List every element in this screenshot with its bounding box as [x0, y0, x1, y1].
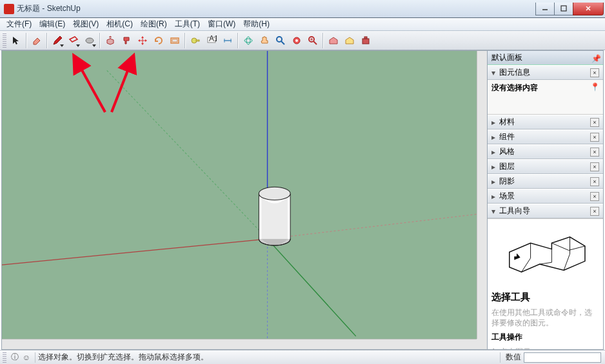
minimize-button[interactable]	[535, 3, 555, 15]
instructor-op-1: 1. 点击图元。	[491, 347, 599, 349]
zoom-tool[interactable]	[273, 33, 288, 48]
caret-right-icon: ▸	[491, 118, 497, 127]
svg-line-19	[281, 41, 284, 44]
caret-right-icon: ▸	[491, 148, 497, 157]
previous-tool[interactable]	[305, 33, 321, 48]
text-tool[interactable]: A1	[204, 33, 219, 48]
select-tool[interactable]	[8, 33, 24, 48]
viewport[interactable]	[1, 50, 488, 350]
svg-rect-24	[364, 37, 367, 39]
vcb-input[interactable]	[524, 352, 601, 363]
status-user-icon[interactable]: ☺	[21, 353, 32, 362]
rect-tool[interactable]	[66, 33, 81, 48]
panel-title: 阴影	[499, 176, 515, 187]
panel-close-icon[interactable]: ×	[590, 192, 599, 201]
svg-rect-23	[362, 39, 369, 44]
statusbar: ⓘ ☺ 选择对象。切换到扩充选择。拖动鼠标选择多项。 数值	[0, 350, 605, 364]
warehouse2-tool[interactable]	[342, 33, 357, 48]
warehouse-tool[interactable]	[326, 33, 341, 48]
panel-close-icon[interactable]: ×	[590, 162, 599, 171]
menu-tools[interactable]: 工具(T)	[171, 17, 204, 31]
menu-help[interactable]: 帮助(H)	[239, 17, 273, 31]
ext-tool[interactable]	[358, 33, 373, 48]
menu-draw[interactable]: 绘图(R)	[137, 17, 171, 31]
panel-scenes[interactable]: ▸场景×	[488, 189, 603, 204]
svg-point-4	[86, 38, 94, 43]
svg-rect-1	[561, 6, 566, 11]
menu-edit[interactable]: 编辑(E)	[35, 17, 69, 31]
offset-tool[interactable]	[167, 33, 183, 48]
panel-layers[interactable]: ▸图层×	[488, 159, 603, 174]
toolbar-sep	[99, 33, 101, 48]
circle-tool[interactable]	[82, 33, 97, 48]
tray-header[interactable]: 默认面板 📌	[488, 51, 603, 65]
move-tool[interactable]	[135, 33, 150, 48]
panel-materials[interactable]: ▸材料×	[488, 115, 603, 129]
rotate-tool[interactable]	[151, 33, 166, 48]
panel-title: 风格	[499, 146, 515, 157]
panel-title: 材料	[499, 117, 515, 128]
menu-window[interactable]: 窗口(W)	[204, 17, 239, 31]
panel-close-icon[interactable]: ×	[590, 207, 599, 216]
paint-tool[interactable]	[119, 33, 134, 48]
panel-close-icon[interactable]: ×	[590, 148, 599, 157]
panel-instructor[interactable]: ▾工具向导×	[488, 204, 603, 218]
panel-title: 图层	[499, 161, 515, 172]
panel-components[interactable]: ▸组件×	[488, 129, 603, 144]
zoom-extents-tool[interactable]	[289, 33, 304, 48]
toolbar: A1	[0, 31, 605, 50]
panel-close-icon[interactable]: ×	[590, 68, 599, 77]
panel-close-icon[interactable]: ×	[590, 177, 599, 186]
toolbar-sep	[237, 33, 239, 48]
toolbar-sep	[26, 33, 27, 48]
dim-tool[interactable]	[220, 33, 235, 48]
tape-tool[interactable]	[188, 33, 203, 48]
window-title: 无标题 - SketchUp	[17, 3, 536, 14]
eraser-tool[interactable]	[29, 33, 45, 48]
svg-point-16	[244, 39, 252, 43]
instructor-title: 选择工具	[491, 291, 599, 303]
close-button[interactable]	[573, 3, 604, 15]
svg-point-18	[277, 37, 282, 42]
pushpull-tool[interactable]	[103, 33, 118, 48]
svg-rect-8	[172, 39, 177, 42]
right-tray: 默认面板 📌 ▾ 图元信息 × 没有选择内容 📍 ▸材料× ▸组件× ▸风格× …	[488, 50, 604, 350]
panel-close-icon[interactable]: ×	[590, 118, 599, 127]
toolbar-grip[interactable]	[3, 34, 6, 48]
viewport-scroll-v[interactable]	[477, 51, 487, 339]
maximize-button[interactable]	[554, 3, 573, 15]
panel-close-icon[interactable]: ×	[590, 133, 599, 142]
menu-camera[interactable]: 相机(C)	[103, 17, 137, 31]
tray-title: 默认面板	[491, 52, 522, 63]
pencil-tool[interactable]	[50, 33, 65, 48]
panel-title: 组件	[499, 131, 515, 142]
panel-styles[interactable]: ▸风格×	[488, 144, 603, 159]
workspace: 默认面板 📌 ▾ 图元信息 × 没有选择内容 📍 ▸材料× ▸组件× ▸风格× …	[1, 50, 604, 350]
tray-pin-icon[interactable]: 📌	[591, 54, 599, 62]
entity-info-text: 没有选择内容	[491, 82, 538, 93]
instructor-op-head: 工具操作	[491, 332, 522, 341]
caret-right-icon: ▸	[491, 133, 497, 142]
caret-down-icon: ▾	[491, 207, 497, 216]
panel-entity-info[interactable]: ▾ 图元信息 ×	[488, 65, 603, 80]
model-canvas	[2, 51, 487, 349]
entity-info-body: 没有选择内容 📍	[488, 80, 603, 115]
panel-shadows[interactable]: ▸阴影×	[488, 174, 603, 189]
menu-file[interactable]: 文件(F)	[3, 17, 35, 31]
caret-right-icon: ▸	[491, 192, 497, 201]
orbit-tool[interactable]	[241, 33, 256, 48]
panel-title: 图元信息	[499, 67, 530, 78]
instructor-desc: 在使用其他工具或命令时，选择要修改的图元。	[491, 307, 599, 328]
status-info-icon[interactable]: ⓘ	[9, 352, 21, 363]
svg-point-21	[295, 39, 298, 42]
menu-view[interactable]: 视图(V)	[69, 17, 103, 31]
statusbar-grip[interactable]	[3, 352, 6, 363]
panel-title: 工具向导	[499, 206, 530, 216]
toolbar-sep	[184, 33, 186, 48]
pin-icon[interactable]: 📍	[590, 82, 599, 91]
pan-tool[interactable]	[257, 33, 272, 48]
viewport-scroll-h[interactable]	[2, 339, 477, 349]
instructor-body: 选择工具 在使用其他工具或命令时，选择要修改的图元。 工具操作 1. 点击图元。…	[488, 218, 603, 349]
svg-text:A1: A1	[209, 35, 217, 43]
toolbar-sep	[322, 33, 324, 48]
